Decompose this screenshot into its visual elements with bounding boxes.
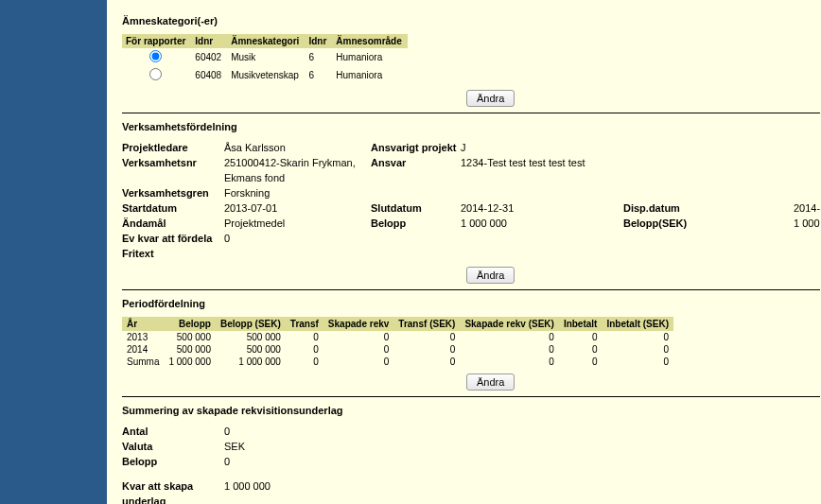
period-cell-inbet_sek: 0 <box>602 331 673 343</box>
val-startdatum: 2013-07-01 <box>224 200 371 216</box>
lbl-valuta: Valuta <box>122 439 224 454</box>
cat-kategori: Musikvetenskap <box>227 66 305 84</box>
period-row: 2014500 000500 000000000 <box>122 343 673 356</box>
cat-idnr1: 60408 <box>191 66 227 84</box>
cat-th-kategori: Ämneskategori <box>227 34 305 48</box>
lbl-sbelopp: Belopp <box>122 454 224 469</box>
cat-idnr1: 60402 <box>191 48 227 66</box>
lbl-verksamhetsnr: Verksamhetsnr <box>122 155 224 185</box>
period-row: 2013500 000500 000000000 <box>122 331 673 343</box>
period-cell-inbet: 0 <box>559 343 603 356</box>
lbl-andamal: Ändamål <box>122 216 224 231</box>
lbl-slutdatum: Slutdatum <box>371 200 461 216</box>
lbl-beloppsek: Belopp(SEK) <box>623 216 794 231</box>
period-cell-belopp_sek: 500 000 <box>216 343 286 356</box>
period-cell-transf_sek: 0 <box>393 343 460 356</box>
period-cell-ar: 2013 <box>122 331 164 343</box>
period-cell-skapade: 0 <box>323 343 394 356</box>
period-cell-ar: Summa <box>122 356 164 368</box>
divider <box>122 396 820 397</box>
val-sbelopp: 0 <box>224 454 230 469</box>
period-edit-button[interactable]: Ändra <box>466 374 515 391</box>
lbl-ansvarigt: Ansvarigt projekt <box>371 140 461 155</box>
summering-heading: Summering av skapade rekvisitionsunderla… <box>122 405 820 416</box>
lbl-dispdatum: Disp.datum <box>623 200 794 216</box>
val-ansvarigt: J <box>461 140 623 155</box>
per-th-belopp: Belopp <box>164 317 216 331</box>
per-th-ar: År <box>122 317 164 331</box>
summering-section: Summering av skapade rekvisitionsunderla… <box>122 405 820 504</box>
val-kvar: 1 000 000 <box>224 478 271 504</box>
period-table: År Belopp Belopp (SEK) Transf Skapade re… <box>122 317 673 368</box>
period-cell-ar: 2014 <box>122 343 164 356</box>
val-evkvar: 0 <box>224 231 371 246</box>
period-cell-belopp: 500 000 <box>164 343 216 356</box>
cat-idnr2: 6 <box>305 66 332 84</box>
period-cell-transf: 0 <box>286 343 323 356</box>
cat-radio-1[interactable] <box>149 68 162 80</box>
verksamhet-heading: Verksamhetsfördelning <box>122 121 820 132</box>
per-th-transfsek: Transf (SEK) <box>393 317 460 331</box>
period-cell-inbet: 0 <box>559 331 603 343</box>
period-cell-skapade_sek: 0 <box>460 356 559 368</box>
val-antal: 0 <box>224 424 230 439</box>
category-heading: Ämneskategori(-er) <box>122 15 820 26</box>
lbl-fritext: Fritext <box>122 246 224 261</box>
lbl-verksamhetsgren: Verksamhetsgren <box>122 185 224 200</box>
period-cell-belopp_sek: 500 000 <box>216 331 286 343</box>
cat-th-rapporter: För rapporter <box>122 34 191 48</box>
period-cell-belopp: 1 000 000 <box>164 356 216 368</box>
per-th-inbetsek: Inbetalt (SEK) <box>602 317 673 331</box>
val-verksamhetsnr: 251000412-Skarin Frykman, Ekmans fond <box>224 155 371 185</box>
period-cell-skapade: 0 <box>323 331 394 343</box>
period-row: Summa1 000 0001 000 000000000 <box>122 356 673 368</box>
verksamhet-edit-button[interactable]: Ändra <box>466 267 515 284</box>
divider <box>122 289 820 290</box>
val-belopp: 1 000 000 <box>461 216 623 231</box>
category-section: Ämneskategori(-er) För rapporter Idnr Äm… <box>122 15 820 107</box>
period-cell-belopp_sek: 1 000 000 <box>216 356 286 368</box>
per-th-beloppsek: Belopp (SEK) <box>216 317 286 331</box>
val-ansvar: 1234-Test test test test test <box>461 155 623 185</box>
main-content: Ämneskategori(-er) För rapporter Idnr Äm… <box>107 0 821 504</box>
period-cell-belopp: 500 000 <box>164 331 216 343</box>
verksamhet-section: Verksamhetsfördelning Projektledare Åsa … <box>122 121 820 284</box>
val-slutdatum: 2014-12-31 <box>461 200 623 216</box>
period-cell-inbet_sek: 0 <box>602 356 673 368</box>
lbl-projektledare: Projektledare <box>122 140 224 155</box>
period-heading: Periodfördelning <box>122 298 820 309</box>
period-cell-inbet_sek: 0 <box>602 343 673 356</box>
period-cell-transf_sek: 0 <box>393 331 460 343</box>
cat-th-idnr2: Idnr <box>305 34 332 48</box>
divider <box>122 113 820 113</box>
period-cell-inbet: 0 <box>559 356 603 368</box>
val-projektledare: Åsa Karlsson <box>224 140 371 155</box>
cat-omrade: Humaniora <box>332 66 407 84</box>
per-th-transf: Transf <box>286 317 323 331</box>
category-edit-button[interactable]: Ändra <box>466 90 515 107</box>
cat-row: 60408 Musikvetenskap 6 Humaniora <box>122 66 408 84</box>
per-th-skapadesek: Skapade rekv (SEK) <box>460 317 559 331</box>
val-dispdatum: 2014-12-3 <box>794 200 821 216</box>
cat-row: 60402 Musik 6 Humaniora <box>122 48 408 66</box>
period-cell-skapade: 0 <box>323 356 394 368</box>
lbl-belopp: Belopp <box>371 216 461 231</box>
period-cell-transf: 0 <box>286 356 323 368</box>
lbl-evkvar: Ev kvar att fördela <box>122 231 224 246</box>
period-section: Periodfördelning År Belopp Belopp (SEK) … <box>122 298 820 391</box>
sidebar <box>0 0 107 504</box>
category-table: För rapporter Idnr Ämneskategori Idnr Äm… <box>122 34 408 84</box>
lbl-kvar: Kvar att skapa underlag <box>122 478 224 504</box>
per-th-skapade: Skapade rekv <box>323 317 394 331</box>
lbl-ansvar: Ansvar <box>371 155 461 185</box>
lbl-startdatum: Startdatum <box>122 200 224 216</box>
cat-idnr2: 6 <box>305 48 332 66</box>
cat-omrade: Humaniora <box>332 48 407 66</box>
cat-kategori: Musik <box>227 48 305 66</box>
cat-radio-0[interactable] <box>149 50 162 62</box>
val-andamal: Projektmedel <box>224 216 371 231</box>
val-beloppsek: 1 000 000 <box>794 216 821 231</box>
cat-th-omrade: Ämnesområde <box>332 34 407 48</box>
period-cell-transf: 0 <box>286 331 323 343</box>
cat-th-idnr1: Idnr <box>191 34 227 48</box>
